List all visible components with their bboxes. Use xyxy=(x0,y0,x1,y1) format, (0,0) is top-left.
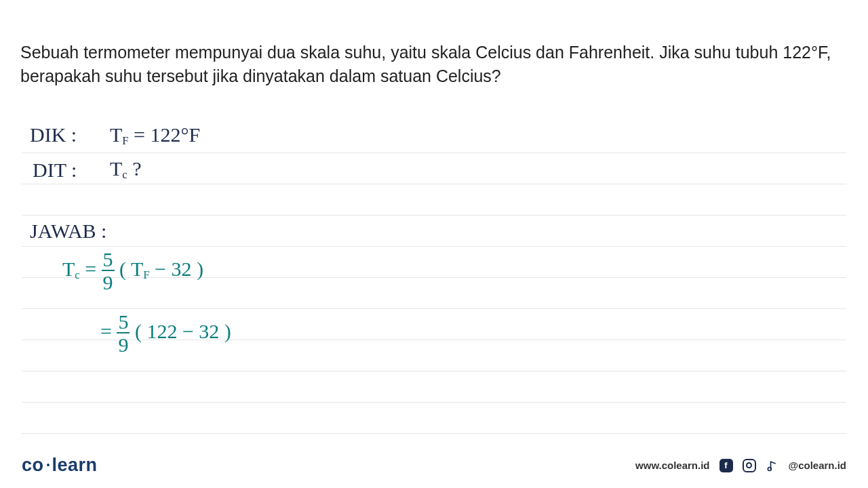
brand-dot-icon xyxy=(47,464,50,466)
eq1-lhs-var: T xyxy=(62,258,75,280)
instagram-inner-icon xyxy=(746,462,752,468)
brand-part-a: co xyxy=(22,455,44,475)
rule-line: Tc = 5 9 ( TF − 32 ) xyxy=(22,247,846,278)
rule-line xyxy=(22,184,846,216)
eq2-paren: ( 122 − 32 ) xyxy=(135,320,231,342)
rule-line: JAWAB : xyxy=(22,216,846,247)
dit-rest: ? xyxy=(127,157,142,180)
svg-point-0 xyxy=(768,467,771,470)
eq2-lhs: = xyxy=(100,320,117,342)
footer: colearn www.colearn.id f @colearn.id xyxy=(22,455,846,476)
rule-line xyxy=(22,278,846,309)
eq1-eq: = xyxy=(80,258,102,280)
dik-value: TF = 122°F xyxy=(110,123,200,148)
rule-line: DIK : TF = 122°F xyxy=(22,122,846,153)
eq1-paren-post: − 32 ) xyxy=(150,258,203,280)
rule-line xyxy=(22,340,846,371)
eq1-numerator: 5 xyxy=(102,249,115,271)
brand-logo: colearn xyxy=(22,455,98,476)
rule-line: DIT : Tc ? xyxy=(22,153,846,184)
rule-line xyxy=(22,371,846,403)
dit-var: T xyxy=(110,157,122,180)
question-text: Sebuah termometer mempunyai dua skala su… xyxy=(20,41,848,88)
brand-part-b: learn xyxy=(52,455,98,475)
tiktok-icon xyxy=(766,459,779,472)
rule-line xyxy=(22,403,846,434)
dik-var: T xyxy=(110,123,122,146)
dik-rest: = 122°F xyxy=(129,123,201,146)
dit-label: DIT : xyxy=(33,159,77,182)
instagram-icon xyxy=(743,459,756,472)
eq1-paren-pre: ( T xyxy=(119,258,143,280)
page: Sebuah termometer mempunyai dua skala su… xyxy=(0,0,868,488)
eq2-numerator: 5 xyxy=(117,312,130,333)
dit-value: Tc ? xyxy=(110,157,141,182)
dik-label: DIK : xyxy=(30,123,77,146)
footer-right: www.colearn.id f @colearn.id xyxy=(635,459,846,472)
rule-line: = 5 9 ( 122 − 32 ) xyxy=(22,309,846,340)
facebook-icon: f xyxy=(719,459,733,472)
dik-sub: F xyxy=(122,134,128,147)
ruled-area: DIK : TF = 122°F DIT : Tc ? JAWAB : Tc =… xyxy=(22,122,846,434)
dit-sub: c xyxy=(122,168,127,181)
footer-handle: @colearn.id xyxy=(789,460,846,471)
jawab-label: JAWAB : xyxy=(30,220,106,243)
footer-url: www.colearn.id xyxy=(635,460,709,471)
